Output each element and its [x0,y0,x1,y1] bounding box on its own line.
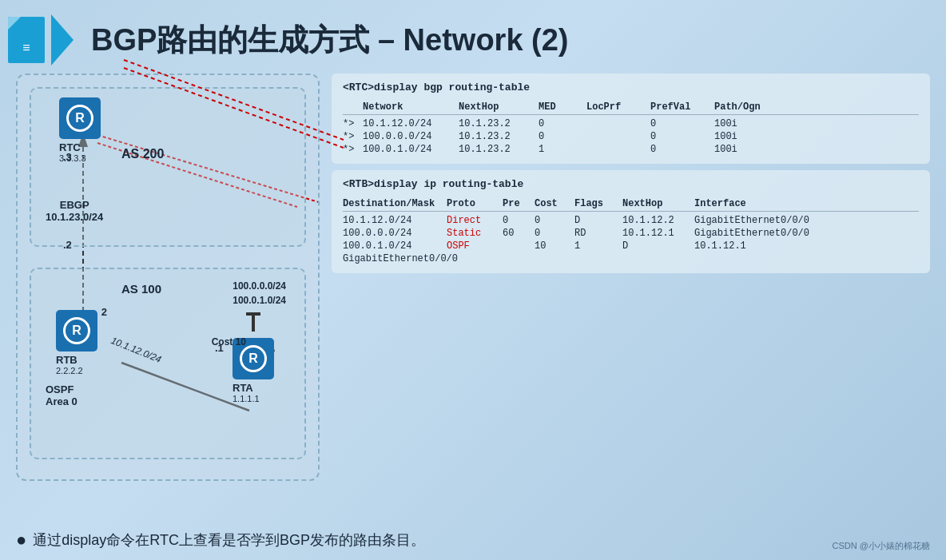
ospf-label: OSPF Area 0 [46,383,78,407]
rtb-label: RTB [56,354,97,366]
header-icon-block: ≡ [8,14,83,66]
rta-ip: 1.1.1.1 [233,394,274,403]
rta-label: RTA [233,382,274,394]
ip-panel-title: <RTB>display ip routing-table [343,178,919,190]
header: ≡ BGP路由的生成方式 – Network (2) [8,0,946,73]
as200-label: AS 200 [121,147,164,161]
table-row: *> 100.0.0.0/24 10.1.23.2 0 0 100i [343,130,919,143]
watermark: CSDN @小小婊的棉花糖 [833,540,930,552]
ip-table-header: Destination/Mask Proto Pre Cost Flags Ne… [343,197,919,212]
rtc-icon: R [59,97,101,139]
ebgp-label: EBGP 10.1.23.0/24 [46,199,103,223]
table-row: 100.0.1.0/24 OSPF 10 1 D 10.1.12.1 [343,240,919,252]
ip-panel: <RTB>display ip routing-table Destinatio… [332,170,930,273]
table-row: *> 100.0.1.0/24 10.1.23.2 1 0 100i [343,143,919,156]
bgp-table-header: Network NextHop MED LocPrf PrefVal Path/… [343,100,919,115]
rta-top-cross [246,312,260,316]
rtb-2-label: 2 [101,306,107,318]
table-row: 10.1.12.0/24 Direct 0 0 D 10.1.12.2 Giga… [343,214,919,227]
main-content: R RTC 3.3.3.3 AS 200 .3 EBGP 10.1.23.0/2… [0,73,946,497]
rtb-point2-label: .2 [63,239,72,251]
ip-table: Destination/Mask Proto Pre Cost Flags Ne… [343,197,919,265]
bgp-table: Network NextHop MED LocPrf PrefVal Path/… [343,100,919,156]
info-panels: <RTC>display bgp routing-table Network N… [332,73,930,497]
rta-router: R .1 RTA 1.1.1.1 [233,338,274,403]
table-row: GigabitEthernet0/0/0 [343,252,919,265]
page-title: BGP路由的生成方式 – Network (2) [91,20,569,61]
bgp-panel: <RTC>display bgp routing-table Network N… [332,73,930,164]
rta-top-bar [252,314,255,332]
rtc-point-label: .3 [63,151,72,163]
table-row: *> 10.1.12.0/24 10.1.23.2 0 0 100i [343,117,919,130]
table-row: 100.0.0.0/24 Static 60 0 RD 10.1.12.1 Gi… [343,227,919,240]
bullet: ● [16,530,26,550]
network-diagram: R RTC 3.3.3.3 AS 200 .3 EBGP 10.1.23.0/2… [16,73,320,481]
as100-label: AS 100 [121,282,161,296]
bottom-text-area: ● 通过display命令在RTC上查看是否学到BGP发布的路由条目。 [16,530,930,550]
rtb-router: R 2 RTB 2.2.2.2 [56,310,97,375]
rtb-ip: 2.2.2.2 [56,366,97,375]
cost-label: Cost 10 [212,336,246,348]
bgp-panel-title: <RTC>display bgp routing-table [343,81,919,93]
rta-networks: 100.0.0.0/24 100.0.1.0/24 [233,279,286,308]
bottom-text: 通过display命令在RTC上查看是否学到BGP发布的路由条目。 [33,530,425,550]
